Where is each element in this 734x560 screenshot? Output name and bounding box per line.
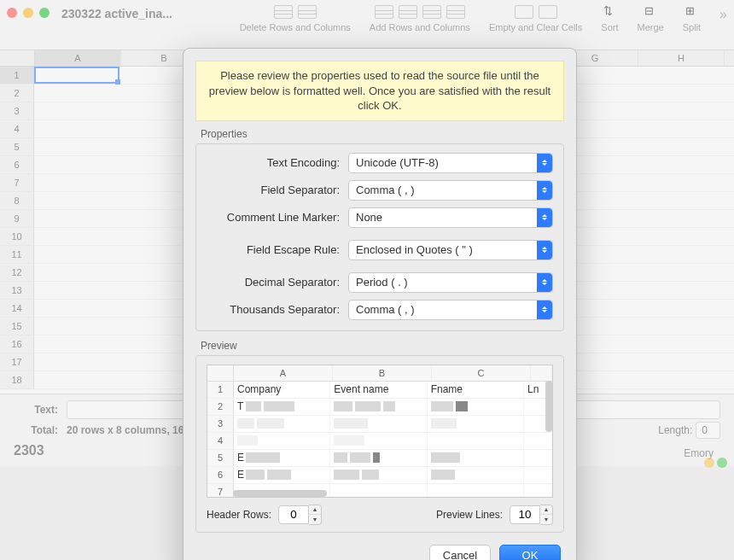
preview-cell[interactable] bbox=[428, 399, 524, 415]
preview-col-c[interactable]: C bbox=[432, 365, 531, 381]
preview-cell[interactable]: Company bbox=[234, 382, 330, 398]
preview-row-header[interactable]: 6 bbox=[207, 467, 234, 483]
preview-cell[interactable]: T bbox=[234, 399, 330, 415]
step-down-icon: ▼ bbox=[309, 515, 321, 524]
preview-row-header[interactable]: 2 bbox=[207, 399, 234, 415]
preview-row-header[interactable]: 4 bbox=[207, 433, 234, 449]
preview-cell[interactable] bbox=[330, 484, 427, 498]
text-encoding-label: Text Encoding: bbox=[207, 156, 340, 169]
preview-row-header[interactable]: 5 bbox=[207, 450, 234, 466]
thousands-sep-select[interactable]: Comma ( , ) bbox=[348, 300, 553, 320]
preview-section: A B C 1 Company Event name Fname Ln 2 T bbox=[195, 355, 564, 533]
preview-col-a[interactable]: A bbox=[234, 365, 333, 381]
chevron-updown-icon bbox=[537, 300, 552, 319]
preview-lines-stepper[interactable]: ▲▼ bbox=[540, 505, 553, 525]
preview-lines-label: Preview Lines: bbox=[436, 509, 503, 521]
thousands-sep-label: Thousands Separator: bbox=[207, 303, 340, 316]
preview-cell[interactable]: E bbox=[234, 450, 330, 466]
preview-cell[interactable] bbox=[524, 467, 552, 483]
preview-cell[interactable] bbox=[428, 467, 524, 483]
preview-cell[interactable] bbox=[524, 433, 552, 449]
header-rows-stepper[interactable]: ▲▼ bbox=[309, 505, 322, 525]
preview-col-b[interactable]: B bbox=[333, 365, 432, 381]
preview-cell[interactable] bbox=[330, 399, 427, 415]
chevron-updown-icon bbox=[537, 181, 552, 200]
modal-backdrop: Please review the properties used to rea… bbox=[0, 0, 734, 560]
preview-cell[interactable] bbox=[428, 450, 524, 466]
ok-button[interactable]: OK bbox=[499, 545, 561, 560]
chevron-updown-icon bbox=[537, 241, 552, 260]
properties-label: Properties bbox=[201, 128, 559, 140]
preview-row-header[interactable]: 7 bbox=[207, 484, 234, 498]
field-separator-label: Field Separator: bbox=[207, 184, 340, 196]
decimal-sep-select[interactable]: Period ( . ) bbox=[348, 272, 553, 293]
preview-cell[interactable] bbox=[428, 416, 524, 432]
preview-cell[interactable] bbox=[330, 450, 427, 466]
preview-cell[interactable] bbox=[524, 484, 552, 498]
preview-scroll-horizontal[interactable] bbox=[233, 490, 327, 497]
properties-section: Text Encoding: Unicode (UTF-8) Field Sep… bbox=[195, 143, 564, 331]
chevron-updown-icon bbox=[537, 154, 552, 172]
preview-cell[interactable] bbox=[330, 467, 427, 483]
header-rows-label: Header Rows: bbox=[207, 509, 271, 521]
preview-col-d[interactable] bbox=[531, 365, 552, 381]
preview-cell[interactable] bbox=[428, 433, 524, 449]
preview-lines-input[interactable] bbox=[510, 505, 540, 524]
escape-rule-select[interactable]: Enclosed in Quotes ( " ) bbox=[348, 240, 553, 260]
preview-cell[interactable] bbox=[330, 416, 427, 432]
comment-marker-select[interactable]: None bbox=[348, 207, 553, 228]
preview-scroll-vertical[interactable] bbox=[545, 381, 552, 432]
preview-cell[interactable]: E bbox=[234, 467, 330, 483]
preview-row-header[interactable]: 1 bbox=[207, 382, 234, 398]
text-encoding-select[interactable]: Unicode (UTF-8) bbox=[348, 153, 553, 173]
header-rows-input[interactable] bbox=[278, 505, 309, 524]
step-up-icon: ▲ bbox=[540, 505, 552, 516]
preview-cell[interactable] bbox=[524, 450, 552, 466]
comment-marker-label: Comment Line Marker: bbox=[207, 211, 340, 224]
chevron-updown-icon bbox=[537, 208, 552, 227]
preview-cell[interactable] bbox=[234, 433, 330, 449]
decimal-sep-label: Decimal Separator: bbox=[207, 276, 340, 289]
step-up-icon: ▲ bbox=[309, 505, 321, 516]
cancel-button[interactable]: Cancel bbox=[429, 545, 491, 560]
step-down-icon: ▼ bbox=[540, 515, 552, 524]
preview-row-header[interactable]: 3 bbox=[207, 416, 234, 432]
preview-cell[interactable] bbox=[428, 484, 524, 498]
dialog-banner: Please review the properties used to rea… bbox=[195, 61, 564, 121]
preview-cell[interactable] bbox=[330, 433, 427, 449]
import-dialog: Please review the properties used to rea… bbox=[183, 48, 577, 560]
chevron-updown-icon bbox=[537, 273, 552, 292]
preview-cell[interactable]: Event name bbox=[330, 382, 427, 398]
preview-grid[interactable]: A B C 1 Company Event name Fname Ln 2 T bbox=[207, 365, 553, 498]
preview-cell[interactable] bbox=[234, 416, 330, 432]
preview-cell[interactable]: Fname bbox=[428, 382, 524, 398]
field-separator-select[interactable]: Comma ( , ) bbox=[348, 180, 553, 201]
preview-label: Preview bbox=[201, 340, 559, 352]
escape-rule-label: Field Escape Rule: bbox=[207, 243, 340, 256]
